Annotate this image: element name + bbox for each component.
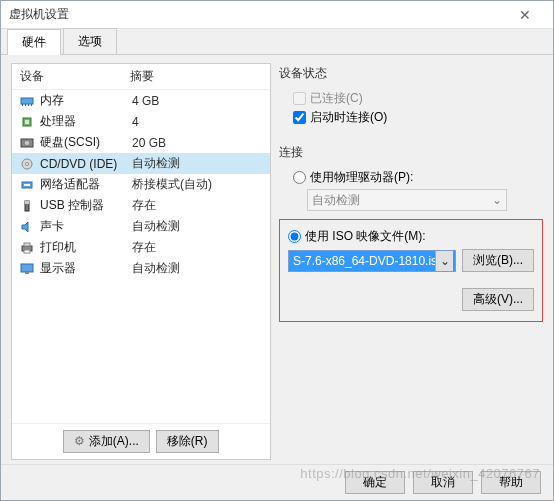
hardware-name: 网络适配器 [40,176,132,193]
iso-file-label: 使用 ISO 映像文件(M): [305,228,426,245]
gear-icon: ⚙ [74,434,85,448]
tab-hardware[interactable]: 硬件 [7,29,61,55]
hardware-name: 硬盘(SCSI) [40,134,132,151]
hardware-list-buttons: ⚙ 添加(A)... 移除(R) [12,423,270,459]
connection-group-title: 连接 [279,144,543,161]
browse-button[interactable]: 浏览(B)... [462,249,534,272]
network-icon [18,178,36,192]
display-icon [18,262,36,276]
help-button[interactable]: 帮助 [481,471,541,494]
physical-drive-value: 自动检测 [312,192,360,209]
dialog-footer: 确定 取消 帮助 [1,464,553,500]
connect-at-poweron-checkbox[interactable] [293,111,306,124]
svg-rect-0 [21,98,33,104]
device-detail-panel: 设备状态 已连接(C) 启动时连接(O) 连接 使用物理驱动器(P): [279,63,543,460]
hardware-summary: 4 GB [132,94,159,108]
hardware-summary: 自动检测 [132,260,180,277]
svg-point-10 [26,162,29,165]
tab-options[interactable]: 选项 [63,28,117,54]
add-button-label: 添加(A)... [89,434,139,448]
hardware-name: 处理器 [40,113,132,130]
physical-drive-label: 使用物理驱动器(P): [310,169,413,186]
window-title: 虚拟机设置 [9,6,505,23]
cd-icon [18,157,36,171]
memory-icon [18,94,36,108]
hardware-row[interactable]: 硬盘(SCSI)20 GB [12,132,270,153]
usb-icon [18,199,36,213]
hardware-list-header: 设备 摘要 [12,64,270,90]
svg-rect-3 [28,104,29,106]
tab-bar: 硬件 选项 [1,29,553,55]
disk-icon [18,136,36,150]
hardware-row[interactable]: 内存4 GB [12,90,270,111]
iso-file-radio-row[interactable]: 使用 ISO 映像文件(M): [288,228,534,245]
hardware-row[interactable]: USB 控制器存在 [12,195,270,216]
hardware-list: 内存4 GB处理器4硬盘(SCSI)20 GBCD/DVD (IDE)自动检测网… [12,90,270,423]
header-device: 设备 [20,68,130,85]
hardware-row[interactable]: 处理器4 [12,111,270,132]
svg-rect-19 [21,264,33,272]
hardware-summary: 桥接模式(自动) [132,176,212,193]
advanced-button[interactable]: 高级(V)... [462,288,534,311]
iso-file-value: S-7.6-x86_64-DVD-1810.iso [293,254,444,268]
physical-drive-select: 自动检测 ⌄ [307,189,507,211]
hardware-row[interactable]: 显示器自动检测 [12,258,270,279]
cpu-icon [18,115,36,129]
remove-hardware-button[interactable]: 移除(R) [156,430,219,453]
ok-button[interactable]: 确定 [345,471,405,494]
svg-rect-17 [24,243,30,246]
hardware-name: CD/DVD (IDE) [40,157,132,171]
iso-file-radio[interactable] [288,230,301,243]
hardware-summary: 自动检测 [132,218,180,235]
svg-rect-1 [22,104,23,106]
svg-rect-2 [25,104,26,106]
connected-checkbox [293,92,306,105]
svg-rect-18 [24,250,30,253]
svg-rect-4 [31,104,32,106]
close-icon[interactable]: ✕ [505,7,545,23]
status-group-title: 设备状态 [279,65,543,82]
hardware-name: 显示器 [40,260,132,277]
hardware-list-panel: 设备 摘要 内存4 GB处理器4硬盘(SCSI)20 GBCD/DVD (IDE… [11,63,271,460]
add-hardware-button[interactable]: ⚙ 添加(A)... [63,430,149,453]
iso-file-select[interactable]: S-7.6-x86_64-DVD-1810.iso ⌄ [288,250,456,272]
titlebar: 虚拟机设置 ✕ [1,1,553,29]
svg-rect-20 [25,272,29,274]
connected-label: 已连接(C) [310,90,363,107]
hardware-name: 内存 [40,92,132,109]
hardware-row[interactable]: CD/DVD (IDE)自动检测 [12,153,270,174]
hardware-summary: 存在 [132,239,156,256]
hardware-summary: 自动检测 [132,155,180,172]
hardware-summary: 存在 [132,197,156,214]
chevron-down-icon: ⌄ [492,193,502,207]
physical-drive-radio[interactable] [293,171,306,184]
svg-point-8 [25,141,29,145]
cancel-button[interactable]: 取消 [413,471,473,494]
hardware-name: 声卡 [40,218,132,235]
hardware-name: 打印机 [40,239,132,256]
content-area: 设备 摘要 内存4 GB处理器4硬盘(SCSI)20 GBCD/DVD (IDE… [1,55,553,464]
connect-at-poweron-row[interactable]: 启动时连接(O) [293,109,543,126]
physical-drive-radio-row[interactable]: 使用物理驱动器(P): [293,169,543,186]
svg-rect-12 [24,184,30,186]
svg-rect-6 [25,120,29,124]
hardware-row[interactable]: 网络适配器桥接模式(自动) [12,174,270,195]
hardware-summary: 20 GB [132,136,166,150]
connected-checkbox-row: 已连接(C) [293,90,543,107]
svg-marker-15 [22,222,28,232]
vm-settings-window: 虚拟机设置 ✕ 硬件 选项 设备 摘要 内存4 GB处理器4硬盘(SCSI)20… [0,0,554,501]
hardware-row[interactable]: 声卡自动检测 [12,216,270,237]
iso-highlight-box: 使用 ISO 映像文件(M): S-7.6-x86_64-DVD-1810.is… [279,219,543,322]
svg-rect-14 [25,201,29,204]
printer-icon [18,241,36,255]
chevron-down-icon[interactable]: ⌄ [435,251,453,271]
connect-at-poweron-label: 启动时连接(O) [310,109,387,126]
hardware-summary: 4 [132,115,139,129]
hardware-row[interactable]: 打印机存在 [12,237,270,258]
header-summary: 摘要 [130,68,154,85]
hardware-name: USB 控制器 [40,197,132,214]
sound-icon [18,220,36,234]
